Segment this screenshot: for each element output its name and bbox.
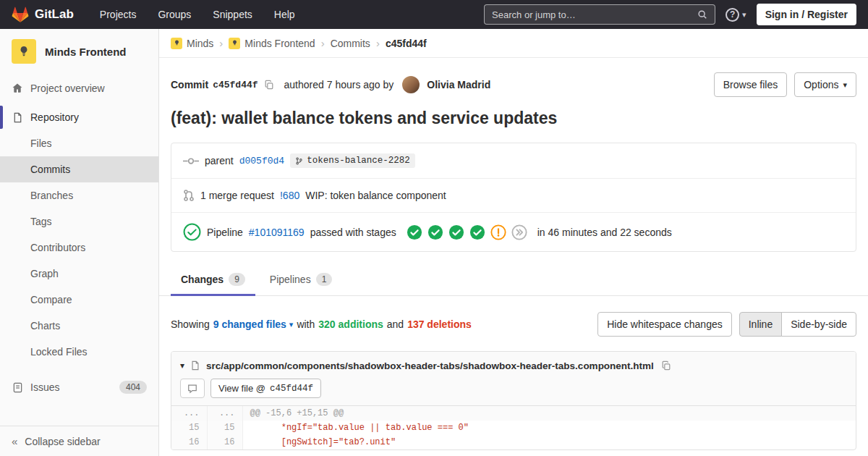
new-line-number[interactable]: 15	[207, 421, 242, 435]
sidebar-item-contributors[interactable]: Contributors	[0, 235, 158, 261]
issues-count-badge: 404	[119, 381, 147, 394]
sidebar-item-locked-files[interactable]: Locked Files	[0, 339, 158, 365]
authored-text: authored 7 hours ago by	[284, 79, 394, 90]
merge-request-link[interactable]: !680	[280, 190, 299, 201]
breadcrumb-group[interactable]: Minds	[171, 38, 213, 49]
collapse-sidebar-button[interactable]: « Collapse sidebar	[0, 426, 158, 456]
showing-label: Showing	[171, 318, 210, 330]
gitlab-tanuki-icon	[12, 7, 29, 23]
pipeline-mini-graph	[407, 224, 527, 240]
pipeline-duration: in 46 minutes and 22 seconds	[537, 227, 672, 238]
sign-in-button[interactable]: Sign in / Register	[757, 4, 856, 25]
old-line-number[interactable]: 16	[171, 435, 207, 449]
breadcrumb-label: Minds Frontend	[244, 38, 315, 49]
sidebar-item-branches[interactable]: Branches	[0, 182, 158, 208]
changed-files-dropdown[interactable]: 9 changed files ▾	[213, 318, 294, 330]
parent-sha-link[interactable]: d005f0d4	[239, 156, 284, 166]
sidebar-item-charts[interactable]: Charts	[0, 313, 158, 339]
sidebar-item-graph[interactable]: Graph	[0, 261, 158, 287]
sidebar-item-project-overview[interactable]: Project overview	[0, 75, 158, 101]
diff-line: 1616 [ngSwitch]="tab?.unit"	[171, 435, 856, 449]
branch-icon	[295, 157, 303, 165]
comment-button[interactable]	[180, 379, 205, 398]
file-path[interactable]: src/app/common/components/shadowbox-head…	[206, 360, 654, 371]
breadcrumb-current-sha: c45fd44f	[386, 38, 427, 49]
diff-toolbar: Showing 9 changed files ▾ with 320 addit…	[159, 296, 868, 348]
help-menu[interactable]: ? ▾	[726, 8, 746, 22]
tab-changes[interactable]: Changes 9	[171, 263, 255, 295]
document-icon	[12, 112, 23, 123]
new-line-number[interactable]: 16	[207, 435, 242, 449]
breadcrumb-project[interactable]: Minds Frontend	[229, 38, 315, 49]
changed-files-label: 9 changed files	[213, 318, 286, 330]
commit-title: (feat): wallet balance tokens and servic…	[159, 97, 868, 143]
commit-tabs: Changes 9 Pipelines 1	[159, 259, 868, 296]
commit-meta-row: Commit c45fd44f authored 7 hours ago by …	[159, 58, 868, 97]
author-name[interactable]: Olivia Madrid	[427, 79, 490, 90]
gitlab-home-link[interactable]: GitLab	[12, 7, 74, 23]
mr-prefix: 1 merge request	[200, 190, 274, 201]
with-label: with	[297, 318, 315, 330]
author-avatar[interactable]	[402, 76, 420, 93]
sidebar-item-issues[interactable]: Issues 404	[0, 373, 158, 401]
diff-file: ▾ src/app/common/components/shadowbox-he…	[171, 351, 856, 450]
collapse-diff-caret-icon[interactable]: ▾	[180, 360, 184, 371]
pipeline-status-text: passed with stages	[310, 227, 396, 238]
diff-code: @@ -15,6 +15,15 @@	[242, 406, 856, 421]
pipeline-stage-success-icon[interactable]	[469, 224, 485, 240]
breadcrumb-commits[interactable]: Commits	[331, 38, 370, 49]
project-avatar	[12, 39, 36, 64]
nav-item-help[interactable]: Help	[265, 4, 304, 25]
sidebar-item-tags[interactable]: Tags	[0, 208, 158, 235]
new-line-number[interactable]: ...	[207, 406, 242, 421]
breadcrumb: Minds › Minds Frontend › Commits › c45fd…	[159, 29, 868, 58]
navbar-menu: ProjectsGroupsSnippetsHelp	[91, 4, 304, 25]
tab-pipelines[interactable]: Pipelines 1	[260, 263, 343, 295]
sidebar-item-repository[interactable]: Repository	[0, 104, 158, 130]
pipeline-stage-success-icon[interactable]	[407, 224, 422, 240]
old-line-number[interactable]: ...	[171, 406, 207, 421]
nav-item-projects[interactable]: Projects	[91, 4, 145, 25]
hide-whitespace-button[interactable]: Hide whitespace changes	[597, 312, 732, 337]
main-content: Minds › Minds Frontend › Commits › c45fd…	[159, 29, 868, 456]
browse-files-button[interactable]: Browse files	[714, 72, 787, 97]
chevron-down-icon: ▾	[289, 321, 294, 329]
pipeline-stage-skipped-icon[interactable]	[511, 224, 527, 240]
chevron-down-icon: ▾	[742, 11, 746, 19]
tab-label: Changes	[181, 274, 224, 285]
pipeline-status-success-icon[interactable]	[183, 223, 201, 241]
diff-table-body: ......@@ -15,6 +15,15 @@1515 *ngIf="tab.…	[171, 406, 856, 449]
search-input[interactable]	[492, 9, 697, 20]
old-line-number[interactable]: 15	[171, 421, 207, 435]
pipeline-link[interactable]: #101091169	[249, 227, 305, 238]
inline-view-button[interactable]: Inline	[739, 312, 782, 337]
nav-item-snippets[interactable]: Snippets	[204, 4, 260, 25]
side-by-side-view-button[interactable]: Side-by-side	[781, 312, 856, 337]
sidebar-item-files[interactable]: Files	[0, 130, 158, 156]
project-context[interactable]: Minds Frontend	[0, 29, 158, 72]
project-sidebar: Minds Frontend Project overview Reposito…	[0, 29, 159, 456]
sidebar-item-compare[interactable]: Compare	[0, 287, 158, 313]
search-icon	[697, 9, 707, 20]
breadcrumb-label: c45fd44f	[386, 38, 427, 49]
view-file-label: View file @	[218, 383, 265, 394]
nav-item-groups[interactable]: Groups	[149, 4, 200, 25]
view-file-button[interactable]: View file @ c45fd44f	[210, 379, 321, 398]
copy-path-button[interactable]	[660, 359, 673, 372]
branch-badge[interactable]: tokens-balance-2282	[290, 153, 415, 168]
pipeline-stage-success-icon[interactable]	[427, 224, 443, 240]
breadcrumb-label: Minds	[187, 38, 213, 49]
diff-file-header-top: ▾ src/app/common/components/shadowbox-he…	[180, 359, 847, 372]
pipeline-stage-warning-icon[interactable]	[490, 224, 506, 240]
mr-title: WIP: token balance component	[305, 190, 446, 201]
collapse-sidebar-label: Collapse sidebar	[25, 436, 100, 447]
search-box[interactable]	[484, 4, 715, 25]
top-navbar: GitLab ProjectsGroupsSnippetsHelp ? ▾ Si…	[0, 0, 868, 29]
copy-sha-button[interactable]	[263, 78, 276, 91]
pipeline-row: Pipeline #101091169 passed with stages i…	[171, 212, 856, 251]
pipeline-stage-success-icon[interactable]	[448, 224, 464, 240]
sidebar-item-commits[interactable]: Commits	[0, 156, 158, 182]
chevron-down-icon: ▾	[843, 81, 847, 89]
options-dropdown[interactable]: Options ▾	[794, 72, 856, 97]
tab-label: Pipelines	[270, 274, 311, 285]
